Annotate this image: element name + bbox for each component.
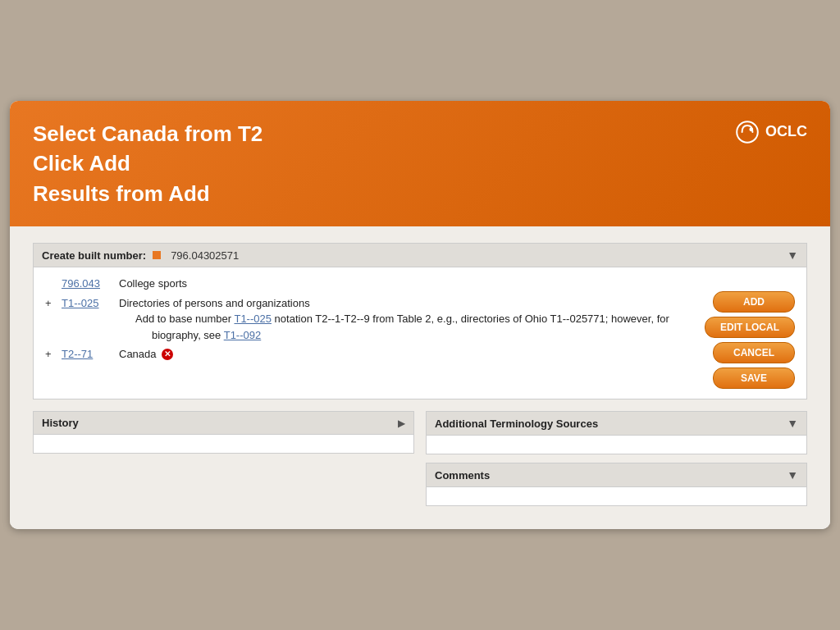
history-panel-header[interactable]: History ▶ xyxy=(34,412,413,435)
history-section: History ▶ xyxy=(33,411,414,506)
panel-label: Create built number: xyxy=(42,249,146,262)
panel-header: Create built number: 796.04302571 ▼ xyxy=(34,244,806,267)
panel-header-title: Create built number: 796.04302571 xyxy=(42,249,239,262)
entry-row-2: + T1--025 Directories of persons and org… xyxy=(45,295,795,344)
header-line2: Click Add xyxy=(33,148,262,178)
link-t1-025-sub[interactable]: T1--025 xyxy=(234,313,272,325)
svg-point-1 xyxy=(749,127,753,131)
header: Select Canada from T2 Click Add Results … xyxy=(10,101,830,226)
comments-panel-title: Comments xyxy=(435,469,490,482)
header-line3: Results from Add xyxy=(33,179,262,208)
bottom-panels: History ▶ Additional Terminology Sources… xyxy=(33,411,807,506)
panel-body: 796.043 College sports + T1--025 Directo… xyxy=(34,267,806,399)
comments-panel: Comments ▼ xyxy=(426,463,807,506)
remove-canada-icon[interactable]: ✕ xyxy=(162,349,173,360)
link-t1-025[interactable]: T1--025 xyxy=(62,295,119,312)
sub-desc-t1-025: Add to base number T1--025 notation T2--… xyxy=(119,311,795,327)
oclc-logo: OCLC xyxy=(734,119,807,145)
link-796-043[interactable]: 796.043 xyxy=(62,276,119,292)
desc-t1-025: Directories of persons and organizations… xyxy=(119,295,795,344)
additional-terminology-chevron-icon: ▼ xyxy=(787,417,798,430)
entry-row-1: 796.043 College sports xyxy=(45,276,795,292)
right-panels: Additional Terminology Sources ▼ Comment… xyxy=(426,411,807,506)
desc-t2-71: Canada ✕ xyxy=(119,346,795,363)
entry-prefix-2: + xyxy=(45,295,62,312)
main-window: Select Canada from T2 Click Add Results … xyxy=(10,101,830,529)
comments-chevron-icon: ▼ xyxy=(787,468,798,482)
header-title: Select Canada from T2 Click Add Results … xyxy=(33,119,262,208)
link-t1-092[interactable]: T1--092 xyxy=(224,329,262,341)
create-built-number-panel: Create built number: 796.04302571 ▼ 796.… xyxy=(33,243,807,399)
oclc-logo-text: OCLC xyxy=(765,123,807,140)
history-panel: History ▶ xyxy=(33,411,414,454)
orange-indicator xyxy=(153,251,161,259)
history-panel-body xyxy=(34,435,413,453)
button-group: ADD EDIT LOCAL CANCEL SAVE xyxy=(705,291,795,389)
additional-terminology-panel: Additional Terminology Sources ▼ xyxy=(426,411,807,454)
comments-panel-header[interactable]: Comments ▼ xyxy=(427,463,806,487)
comments-panel-body xyxy=(427,487,806,505)
content-area: Create built number: 796.04302571 ▼ 796.… xyxy=(10,226,830,529)
entry-prefix-3: + xyxy=(45,346,62,363)
desc-796-043: College sports xyxy=(119,276,795,292)
edit-local-button[interactable]: EDIT LOCAL xyxy=(705,317,795,338)
built-number: 796.04302571 xyxy=(171,249,239,262)
sub-desc-biography: biography, see T1--092 xyxy=(119,327,795,344)
add-button[interactable]: ADD xyxy=(713,291,795,313)
history-chevron-icon: ▶ xyxy=(398,418,405,429)
save-button[interactable]: SAVE xyxy=(713,368,795,389)
oclc-logo-icon xyxy=(734,119,760,145)
additional-terminology-title: Additional Terminology Sources xyxy=(435,418,598,430)
panel-collapse-icon[interactable]: ▼ xyxy=(787,249,798,262)
canada-row: Canada ✕ xyxy=(119,346,795,363)
header-line1: Select Canada from T2 xyxy=(33,119,262,148)
cancel-button[interactable]: CANCEL xyxy=(713,342,795,363)
history-panel-title: History xyxy=(42,417,79,429)
link-t2-71[interactable]: T2--71 xyxy=(62,346,119,363)
entry-row-3: + T2--71 Canada ✕ xyxy=(45,346,795,363)
additional-terminology-body xyxy=(427,436,806,454)
additional-terminology-header[interactable]: Additional Terminology Sources ▼ xyxy=(427,412,806,436)
